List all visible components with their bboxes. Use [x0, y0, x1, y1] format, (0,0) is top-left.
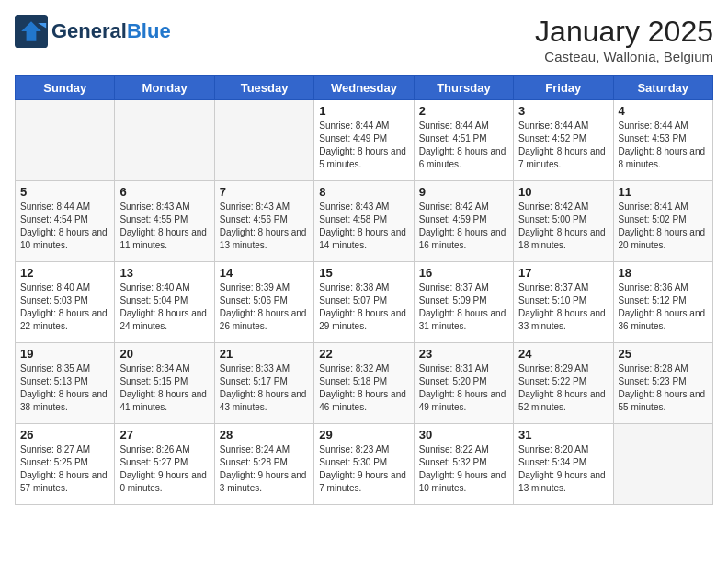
day-number: 24	[518, 347, 608, 361]
calendar-cell: 2Sunrise: 8:44 AM Sunset: 4:51 PM Daylig…	[414, 100, 513, 181]
day-info: Sunrise: 8:44 AM Sunset: 4:54 PM Dayligh…	[20, 201, 109, 252]
calendar-cell: 25Sunrise: 8:28 AM Sunset: 5:23 PM Dayli…	[613, 343, 712, 424]
calendar-cell: 5Sunrise: 8:44 AM Sunset: 4:54 PM Daylig…	[16, 181, 115, 262]
calendar-week-2: 5Sunrise: 8:44 AM Sunset: 4:54 PM Daylig…	[16, 181, 713, 262]
calendar-cell: 27Sunrise: 8:26 AM Sunset: 5:27 PM Dayli…	[115, 424, 214, 505]
day-info: Sunrise: 8:43 AM Sunset: 4:58 PM Dayligh…	[319, 201, 408, 252]
dow-header-saturday: Saturday	[613, 76, 712, 100]
day-number: 4	[619, 104, 708, 118]
calendar-cell: 10Sunrise: 8:42 AM Sunset: 5:00 PM Dayli…	[514, 181, 613, 262]
calendar-cell: 16Sunrise: 8:37 AM Sunset: 5:09 PM Dayli…	[414, 262, 513, 343]
calendar-cell: 20Sunrise: 8:34 AM Sunset: 5:15 PM Dayli…	[115, 343, 214, 424]
day-number: 6	[119, 185, 209, 199]
day-number: 30	[419, 428, 508, 442]
calendar-cell: 12Sunrise: 8:40 AM Sunset: 5:03 PM Dayli…	[16, 262, 115, 343]
dow-header-wednesday: Wednesday	[314, 76, 414, 100]
header: GeneralBlue January 2025 Casteau, Wallon…	[15, 15, 713, 64]
calendar-cell	[214, 100, 313, 181]
location-subtitle: Casteau, Wallonia, Belgium	[535, 49, 713, 64]
calendar-cell: 8Sunrise: 8:43 AM Sunset: 4:58 PM Daylig…	[314, 181, 414, 262]
day-number: 29	[319, 428, 408, 442]
calendar-cell: 17Sunrise: 8:37 AM Sunset: 5:10 PM Dayli…	[514, 262, 613, 343]
calendar-cell: 6Sunrise: 8:43 AM Sunset: 4:55 PM Daylig…	[115, 181, 214, 262]
day-info: Sunrise: 8:44 AM Sunset: 4:52 PM Dayligh…	[518, 120, 608, 171]
calendar-week-4: 19Sunrise: 8:35 AM Sunset: 5:13 PM Dayli…	[16, 343, 713, 424]
day-number: 13	[119, 266, 209, 280]
logo-icon	[15, 15, 48, 48]
day-number: 12	[20, 266, 109, 280]
day-info: Sunrise: 8:34 AM Sunset: 5:15 PM Dayligh…	[119, 362, 209, 414]
calendar-cell: 28Sunrise: 8:24 AM Sunset: 5:28 PM Dayli…	[214, 424, 313, 505]
day-number: 7	[220, 185, 309, 199]
day-info: Sunrise: 8:28 AM Sunset: 5:23 PM Dayligh…	[619, 362, 708, 414]
calendar-cell	[115, 100, 214, 181]
calendar-cell: 31Sunrise: 8:20 AM Sunset: 5:34 PM Dayli…	[514, 424, 613, 505]
days-of-week-row: SundayMondayTuesdayWednesdayThursdayFrid…	[16, 76, 713, 100]
day-info: Sunrise: 8:20 AM Sunset: 5:34 PM Dayligh…	[518, 443, 608, 495]
day-info: Sunrise: 8:40 AM Sunset: 5:03 PM Dayligh…	[20, 282, 109, 333]
calendar-cell: 3Sunrise: 8:44 AM Sunset: 4:52 PM Daylig…	[514, 100, 613, 181]
calendar-cell	[16, 100, 115, 181]
calendar-body: 1Sunrise: 8:44 AM Sunset: 4:49 PM Daylig…	[16, 100, 713, 505]
title-block: January 2025 Casteau, Wallonia, Belgium	[535, 15, 713, 64]
day-info: Sunrise: 8:23 AM Sunset: 5:30 PM Dayligh…	[319, 443, 408, 495]
dow-header-thursday: Thursday	[414, 76, 513, 100]
logo: GeneralBlue	[15, 15, 171, 48]
day-info: Sunrise: 8:27 AM Sunset: 5:25 PM Dayligh…	[20, 443, 109, 495]
day-info: Sunrise: 8:29 AM Sunset: 5:22 PM Dayligh…	[518, 362, 608, 414]
calendar-cell: 9Sunrise: 8:42 AM Sunset: 4:59 PM Daylig…	[414, 181, 513, 262]
day-info: Sunrise: 8:43 AM Sunset: 4:56 PM Dayligh…	[220, 201, 309, 252]
day-info: Sunrise: 8:24 AM Sunset: 5:28 PM Dayligh…	[220, 443, 309, 495]
calendar-cell: 15Sunrise: 8:38 AM Sunset: 5:07 PM Dayli…	[314, 262, 414, 343]
day-number: 15	[319, 266, 408, 280]
day-info: Sunrise: 8:44 AM Sunset: 4:49 PM Dayligh…	[319, 120, 408, 171]
day-number: 25	[619, 347, 708, 361]
day-number: 26	[20, 428, 109, 442]
logo-text: GeneralBlue	[51, 19, 171, 43]
dow-header-friday: Friday	[514, 76, 613, 100]
calendar-cell	[613, 424, 712, 505]
calendar-week-5: 26Sunrise: 8:27 AM Sunset: 5:25 PM Dayli…	[16, 424, 713, 505]
day-info: Sunrise: 8:38 AM Sunset: 5:07 PM Dayligh…	[319, 282, 408, 333]
calendar-cell: 4Sunrise: 8:44 AM Sunset: 4:53 PM Daylig…	[613, 100, 712, 181]
day-number: 17	[518, 266, 608, 280]
dow-header-monday: Monday	[115, 76, 214, 100]
day-info: Sunrise: 8:41 AM Sunset: 5:02 PM Dayligh…	[619, 201, 708, 252]
day-info: Sunrise: 8:36 AM Sunset: 5:12 PM Dayligh…	[619, 282, 708, 333]
calendar-cell: 29Sunrise: 8:23 AM Sunset: 5:30 PM Dayli…	[314, 424, 414, 505]
calendar-cell: 23Sunrise: 8:31 AM Sunset: 5:20 PM Dayli…	[414, 343, 513, 424]
calendar-cell: 13Sunrise: 8:40 AM Sunset: 5:04 PM Dayli…	[115, 262, 214, 343]
day-info: Sunrise: 8:39 AM Sunset: 5:06 PM Dayligh…	[220, 282, 309, 333]
day-number: 20	[119, 347, 209, 361]
day-info: Sunrise: 8:42 AM Sunset: 5:00 PM Dayligh…	[518, 201, 608, 252]
month-title: January 2025	[535, 15, 713, 49]
day-info: Sunrise: 8:22 AM Sunset: 5:32 PM Dayligh…	[419, 443, 508, 495]
day-info: Sunrise: 8:42 AM Sunset: 4:59 PM Dayligh…	[419, 201, 508, 252]
day-info: Sunrise: 8:31 AM Sunset: 5:20 PM Dayligh…	[419, 362, 508, 414]
day-number: 10	[518, 185, 608, 199]
calendar-cell: 30Sunrise: 8:22 AM Sunset: 5:32 PM Dayli…	[414, 424, 513, 505]
day-number: 16	[419, 266, 508, 280]
day-number: 11	[619, 185, 708, 199]
day-info: Sunrise: 8:37 AM Sunset: 5:10 PM Dayligh…	[518, 282, 608, 333]
calendar-cell: 26Sunrise: 8:27 AM Sunset: 5:25 PM Dayli…	[16, 424, 115, 505]
day-info: Sunrise: 8:44 AM Sunset: 4:51 PM Dayligh…	[419, 120, 508, 171]
calendar-week-1: 1Sunrise: 8:44 AM Sunset: 4:49 PM Daylig…	[16, 100, 713, 181]
calendar-cell: 7Sunrise: 8:43 AM Sunset: 4:56 PM Daylig…	[214, 181, 313, 262]
calendar-cell: 11Sunrise: 8:41 AM Sunset: 5:02 PM Dayli…	[613, 181, 712, 262]
day-number: 31	[518, 428, 608, 442]
day-number: 9	[419, 185, 508, 199]
day-info: Sunrise: 8:40 AM Sunset: 5:04 PM Dayligh…	[119, 282, 209, 333]
calendar-cell: 22Sunrise: 8:32 AM Sunset: 5:18 PM Dayli…	[314, 343, 414, 424]
day-number: 21	[220, 347, 309, 361]
day-number: 14	[220, 266, 309, 280]
day-info: Sunrise: 8:33 AM Sunset: 5:17 PM Dayligh…	[220, 362, 309, 414]
day-number: 1	[319, 104, 408, 118]
day-number: 5	[20, 185, 109, 199]
calendar-cell: 19Sunrise: 8:35 AM Sunset: 5:13 PM Dayli…	[16, 343, 115, 424]
calendar-cell: 14Sunrise: 8:39 AM Sunset: 5:06 PM Dayli…	[214, 262, 313, 343]
dow-header-sunday: Sunday	[16, 76, 115, 100]
calendar-cell: 24Sunrise: 8:29 AM Sunset: 5:22 PM Dayli…	[514, 343, 613, 424]
day-number: 19	[20, 347, 109, 361]
day-number: 23	[419, 347, 508, 361]
